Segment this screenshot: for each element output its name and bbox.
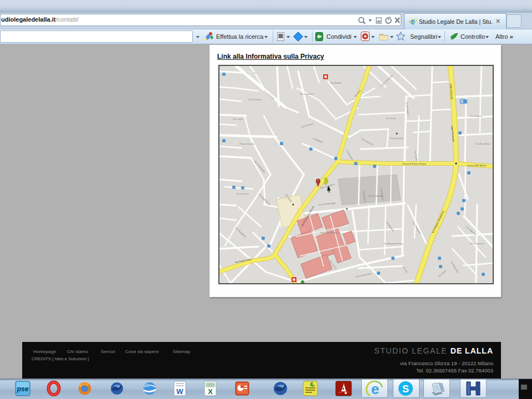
svg-text:Via Larga: Via Larga	[233, 117, 243, 120]
svg-text:Via Corridoni: Via Corridoni	[390, 137, 403, 140]
svg-text:Via Nino Bixio: Via Nino Bixio	[475, 142, 490, 145]
svg-text:P.le Osp. Maggiore: P.le Osp. Maggiore	[320, 231, 340, 234]
svg-text:San Babila: San Babila	[330, 81, 342, 84]
svg-text:e: e	[371, 381, 379, 397]
svg-text:Via Vivaio: Via Vivaio	[386, 117, 396, 120]
svg-text:Corso di Porta Vittoria: Corso di Porta Vittoria	[402, 162, 426, 165]
svg-text:Via Manfredo Fanti: Via Manfredo Fanti	[383, 242, 403, 245]
svg-text:X: X	[208, 387, 213, 396]
svg-text:Via Cavallotti: Via Cavallotti	[300, 93, 313, 95]
svg-text:Via Durini: Via Durini	[246, 71, 256, 74]
svg-text:S: S	[402, 383, 409, 395]
svg-text:W: W	[176, 387, 183, 396]
svg-text:Via Goldoni: Via Goldoni	[470, 115, 482, 117]
svg-text:pse: pse	[17, 385, 29, 393]
svg-text:Via Lentasio: Via Lentasio	[236, 192, 249, 195]
svg-text:P.za Fontana: P.za Fontana	[248, 98, 262, 101]
svg-text:e: e	[411, 17, 415, 26]
svg-text:Piazza Duomo: Piazza Duomo	[239, 142, 255, 145]
svg-text:Via Tiraboschi: Via Tiraboschi	[470, 242, 484, 245]
svg-text:Corso XXII Marzo: Corso XXII Marzo	[467, 164, 487, 167]
